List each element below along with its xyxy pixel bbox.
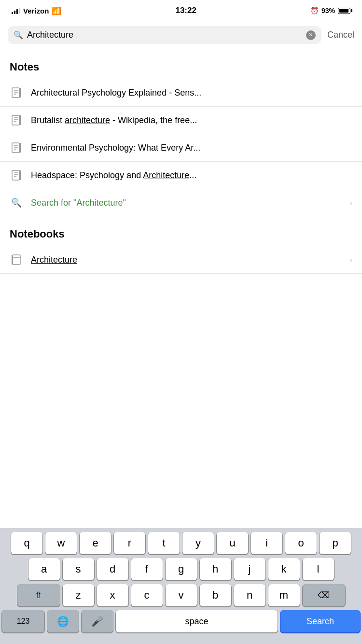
note-icon <box>10 113 23 127</box>
notebooks-section-header: Notebooks <box>0 216 362 246</box>
key-i[interactable]: i <box>251 532 282 554</box>
svg-rect-15 <box>12 170 19 180</box>
keyboard-row-2: a s d f g h j k l <box>2 558 360 580</box>
shift-key[interactable]: ⇧ <box>17 584 60 606</box>
numeric-key[interactable]: 123 <box>2 610 44 632</box>
svg-rect-5 <box>12 115 19 125</box>
search-bar-container: 🔍 Architecture Cancel <box>0 21 362 49</box>
svg-rect-4 <box>19 88 21 98</box>
status-bar: Verizon 📶 13:22 ⏰ 93% <box>0 0 362 21</box>
key-j[interactable]: j <box>234 558 265 580</box>
key-l[interactable]: l <box>303 558 334 580</box>
status-right: ⏰ 93% <box>310 7 350 14</box>
key-g[interactable]: g <box>166 558 197 580</box>
key-r[interactable]: r <box>114 532 145 554</box>
note-title-4: Headspace: Psychology and Architecture..… <box>31 170 352 181</box>
note-icon <box>10 86 23 99</box>
battery-percent: 93% <box>321 7 335 14</box>
microphone-key[interactable]: 🎤 <box>82 610 113 632</box>
key-n[interactable]: n <box>234 584 265 606</box>
keyboard-row-3: ⇧ z x c v b n m ⌫ <box>2 584 360 606</box>
key-q[interactable]: q <box>11 532 42 554</box>
space-key[interactable]: space <box>116 610 278 632</box>
wifi-icon: 📶 <box>52 6 61 15</box>
note-title-1: Architectural Psychology Explained - Sen… <box>31 88 352 98</box>
status-time: 13:22 <box>175 6 196 15</box>
key-o[interactable]: o <box>285 532 317 554</box>
svg-rect-9 <box>19 115 21 125</box>
key-k[interactable]: k <box>268 558 300 580</box>
notes-section-header: Notes <box>0 49 362 79</box>
key-m[interactable]: m <box>268 584 300 606</box>
key-x[interactable]: x <box>97 584 128 606</box>
key-y[interactable]: y <box>182 532 214 554</box>
key-e[interactable]: e <box>80 532 111 554</box>
key-a[interactable]: a <box>28 558 60 580</box>
svg-rect-14 <box>19 143 21 153</box>
alarm-icon: ⏰ <box>310 7 319 14</box>
svg-rect-10 <box>12 143 19 153</box>
notebook-chevron: › <box>349 255 352 265</box>
key-u[interactable]: u <box>217 532 248 554</box>
svg-rect-19 <box>19 170 21 180</box>
key-d[interactable]: d <box>97 558 128 580</box>
note-item-1[interactable]: Architectural Psychology Explained - Sen… <box>0 79 362 107</box>
key-t[interactable]: t <box>148 532 180 554</box>
svg-rect-20 <box>13 255 20 265</box>
key-z[interactable]: z <box>63 584 94 606</box>
search-input[interactable]: Architecture <box>27 30 302 40</box>
key-s[interactable]: s <box>63 558 94 580</box>
key-c[interactable]: c <box>131 584 163 606</box>
search-keyboard-button[interactable]: Search <box>280 610 360 632</box>
battery-icon <box>338 8 350 14</box>
search-for-text: Search for "Architecture" <box>31 198 342 208</box>
note-item-3[interactable]: Environmental Psychology: What Every Ar.… <box>0 134 362 162</box>
keyboard-row-1: q w e r t y u i o p <box>2 532 360 554</box>
note-item-4[interactable]: Headspace: Psychology and Architecture..… <box>0 162 362 189</box>
search-for-chevron: › <box>349 198 352 208</box>
notebook-title-1: Architecture <box>31 255 342 265</box>
search-for-icon: 🔍 <box>10 196 23 210</box>
signal-bars-icon <box>12 7 20 14</box>
key-v[interactable]: v <box>166 584 197 606</box>
keyboard[interactable]: q w e r t y u i o p a s d f g h j k l ⇧ … <box>0 528 362 644</box>
content-area: Notes Architectural Psychology Explained… <box>0 49 362 274</box>
status-left: Verizon 📶 <box>12 6 61 15</box>
svg-rect-0 <box>12 88 19 98</box>
notebook-icon <box>10 253 23 266</box>
note-icon <box>10 141 23 154</box>
key-w[interactable]: w <box>45 532 77 554</box>
search-input-wrapper[interactable]: 🔍 Architecture <box>8 26 321 44</box>
note-icon <box>10 168 23 182</box>
key-b[interactable]: b <box>200 584 231 606</box>
globe-key[interactable]: 🌐 <box>47 610 79 632</box>
search-icon: 🔍 <box>14 30 23 40</box>
delete-key[interactable]: ⌫ <box>303 584 345 606</box>
clear-button[interactable] <box>306 30 316 40</box>
key-f[interactable]: f <box>131 558 163 580</box>
note-title-2: Brutalist architecture - Wikipedia, the … <box>31 115 352 126</box>
notebook-item-1[interactable]: Architecture › <box>0 246 362 274</box>
keyboard-row-4: 123 🌐 🎤 space Search <box>2 610 360 642</box>
key-p[interactable]: p <box>320 532 351 554</box>
svg-rect-22 <box>12 255 13 265</box>
key-h[interactable]: h <box>200 558 231 580</box>
note-item-2[interactable]: Brutalist architecture - Wikipedia, the … <box>0 107 362 134</box>
carrier-label: Verizon <box>23 7 49 15</box>
search-for-item[interactable]: 🔍 Search for "Architecture" › <box>0 189 362 216</box>
cancel-button[interactable]: Cancel <box>327 30 354 40</box>
note-title-3: Environmental Psychology: What Every Ar.… <box>31 143 352 153</box>
